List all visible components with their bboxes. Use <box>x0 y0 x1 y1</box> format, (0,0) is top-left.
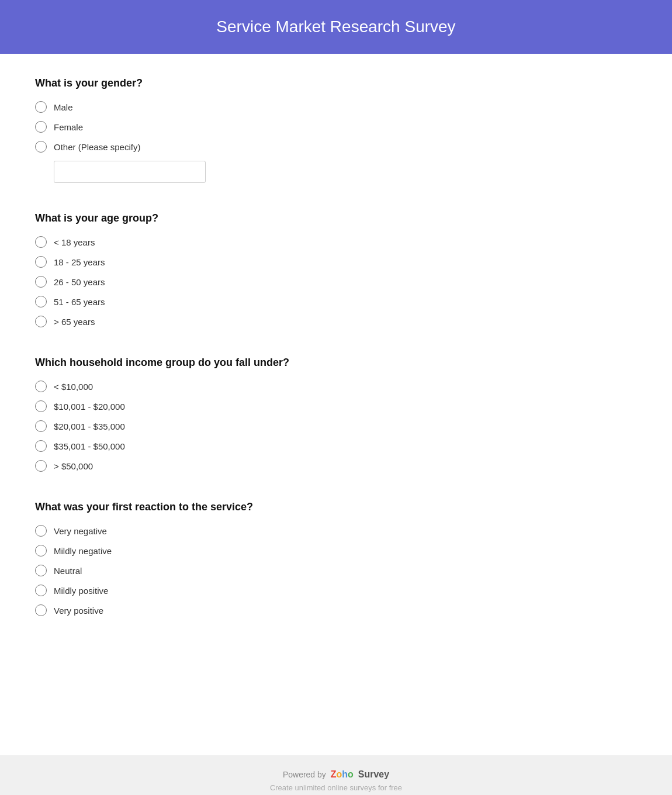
age-label-over65: > 65 years <box>54 317 95 327</box>
gender-label-other: Other (Please specify) <box>54 142 140 152</box>
page-header: Service Market Research Survey <box>0 0 672 54</box>
gender-radio-female[interactable] <box>35 121 47 133</box>
question-age-label: What is your age group? <box>35 212 637 224</box>
zoho-logo: Zoho <box>331 769 354 780</box>
page-title: Service Market Research Survey <box>12 18 660 36</box>
age-option-51-65[interactable]: 51 - 65 years <box>35 296 637 307</box>
income-label-35k-50k: $35,001 - $50,000 <box>54 441 125 451</box>
zoho-z: Z <box>331 769 337 780</box>
age-radio-18-25[interactable] <box>35 256 47 268</box>
age-label-18-25: 18 - 25 years <box>54 257 105 267</box>
income-option-20k-35k[interactable]: $20,001 - $35,000 <box>35 420 637 432</box>
income-option-over50k[interactable]: > $50,000 <box>35 460 637 472</box>
gender-other-input[interactable] <box>54 161 206 183</box>
reaction-radio-mildly-positive[interactable] <box>35 585 47 596</box>
income-radio-over50k[interactable] <box>35 460 47 472</box>
reaction-radio-very-positive[interactable] <box>35 604 47 616</box>
reaction-label-mildly-positive: Mildly positive <box>54 586 108 596</box>
age-option-under18[interactable]: < 18 years <box>35 236 637 248</box>
question-age-group: What is your age group? < 18 years 18 - … <box>35 212 637 327</box>
gender-option-female[interactable]: Female <box>35 121 637 133</box>
zoho-o2: o <box>348 769 354 780</box>
footer-tagline: Create unlimited online surveys for free <box>12 783 660 792</box>
zoho-o1: o <box>337 769 342 780</box>
question-gender: What is your gender? Male Female Other (… <box>35 77 637 183</box>
reaction-option-very-positive[interactable]: Very positive <box>35 604 637 616</box>
reaction-radio-very-negative[interactable] <box>35 525 47 537</box>
question-gender-label: What is your gender? <box>35 77 637 89</box>
reaction-option-very-negative[interactable]: Very negative <box>35 525 637 537</box>
reaction-label-neutral: Neutral <box>54 566 82 576</box>
zoho-h: h <box>342 769 348 780</box>
reaction-label-very-negative: Very negative <box>54 526 107 536</box>
footer-survey-label: Survey <box>358 769 389 779</box>
income-radio-under10k[interactable] <box>35 381 47 392</box>
question-income-group: Which household income group do you fall… <box>35 357 637 472</box>
income-label-10k-20k: $10,001 - $20,000 <box>54 402 125 412</box>
footer-powered-row: Powered by Zoho Survey <box>12 769 660 780</box>
age-label-26-50: 26 - 50 years <box>54 277 105 287</box>
footer-powered-text: Powered by <box>283 770 326 779</box>
income-label-20k-35k: $20,001 - $35,000 <box>54 421 125 431</box>
question-first-reaction: What was your first reaction to the serv… <box>35 501 637 616</box>
income-label-under10k: < $10,000 <box>54 382 93 392</box>
gender-option-male[interactable]: Male <box>35 101 637 113</box>
reaction-option-mildly-negative[interactable]: Mildly negative <box>35 545 637 556</box>
age-radio-51-65[interactable] <box>35 296 47 307</box>
reaction-option-neutral[interactable]: Neutral <box>35 565 637 576</box>
age-label-under18: < 18 years <box>54 237 95 247</box>
income-label-over50k: > $50,000 <box>54 461 93 471</box>
reaction-label-mildly-negative: Mildly negative <box>54 546 112 556</box>
income-option-35k-50k[interactable]: $35,001 - $50,000 <box>35 440 637 452</box>
age-label-51-65: 51 - 65 years <box>54 297 105 307</box>
income-radio-10k-20k[interactable] <box>35 400 47 412</box>
page-footer: Powered by Zoho Survey Create unlimited … <box>0 755 672 795</box>
age-option-over65[interactable]: > 65 years <box>35 316 637 327</box>
question-reaction-label: What was your first reaction to the serv… <box>35 501 637 513</box>
question-income-label: Which household income group do you fall… <box>35 357 637 369</box>
reaction-option-mildly-positive[interactable]: Mildly positive <box>35 585 637 596</box>
reaction-label-very-positive: Very positive <box>54 606 103 616</box>
income-option-10k-20k[interactable]: $10,001 - $20,000 <box>35 400 637 412</box>
income-radio-20k-35k[interactable] <box>35 420 47 432</box>
age-radio-26-50[interactable] <box>35 276 47 288</box>
income-radio-35k-50k[interactable] <box>35 440 47 452</box>
reaction-radio-neutral[interactable] <box>35 565 47 576</box>
reaction-radio-mildly-negative[interactable] <box>35 545 47 556</box>
age-radio-over65[interactable] <box>35 316 47 327</box>
gender-option-other[interactable]: Other (Please specify) <box>35 141 637 153</box>
gender-radio-other[interactable] <box>35 141 47 153</box>
gender-label-female: Female <box>54 122 83 132</box>
age-option-18-25[interactable]: 18 - 25 years <box>35 256 637 268</box>
gender-label-male: Male <box>54 102 73 112</box>
survey-content: What is your gender? Male Female Other (… <box>0 54 672 755</box>
gender-radio-male[interactable] <box>35 101 47 113</box>
income-option-under10k[interactable]: < $10,000 <box>35 381 637 392</box>
age-option-26-50[interactable]: 26 - 50 years <box>35 276 637 288</box>
age-radio-under18[interactable] <box>35 236 47 248</box>
